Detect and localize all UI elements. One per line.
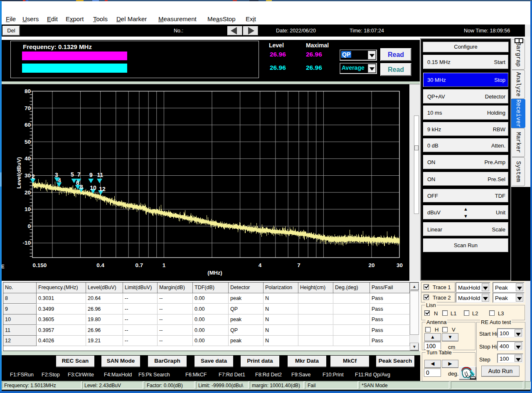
svg-text:6: 6: [76, 179, 79, 186]
svg-text:20: 20: [368, 262, 374, 268]
svg-text:1: 1: [163, 262, 166, 268]
svg-text:0: 0: [27, 223, 31, 229]
svg-text:4: 4: [259, 262, 262, 268]
svg-text:40: 40: [25, 155, 31, 162]
svg-text:4: 4: [58, 177, 61, 184]
svg-text:60: 60: [25, 122, 31, 128]
svg-text:20: 20: [25, 189, 31, 196]
svg-text:10: 10: [25, 206, 31, 212]
svg-text:(MHz): (MHz): [207, 270, 222, 276]
svg-text:12: 12: [99, 186, 106, 192]
svg-text:8: 8: [80, 184, 83, 190]
svg-text:Level(dBuV): Level(dBuV): [16, 157, 22, 189]
svg-text:30: 30: [25, 172, 31, 179]
svg-text:50: 50: [25, 139, 31, 145]
svg-text:-10: -10: [22, 240, 31, 246]
svg-text:10: 10: [90, 184, 96, 191]
svg-text:7: 7: [77, 171, 81, 178]
svg-text:30: 30: [397, 262, 403, 268]
svg-text:11: 11: [97, 172, 103, 178]
svg-text:7: 7: [297, 262, 300, 268]
svg-text:80: 80: [25, 88, 31, 94]
svg-text:9: 9: [89, 172, 93, 178]
svg-text:E: E: [2, 263, 5, 270]
svg-text:0.150: 0.150: [33, 262, 47, 268]
svg-text:5: 5: [71, 171, 74, 178]
svg-text:0.4: 0.4: [96, 262, 104, 268]
svg-text:0.7: 0.7: [135, 262, 143, 268]
svg-text:2: 2: [32, 173, 35, 180]
svg-text:70: 70: [25, 105, 31, 111]
